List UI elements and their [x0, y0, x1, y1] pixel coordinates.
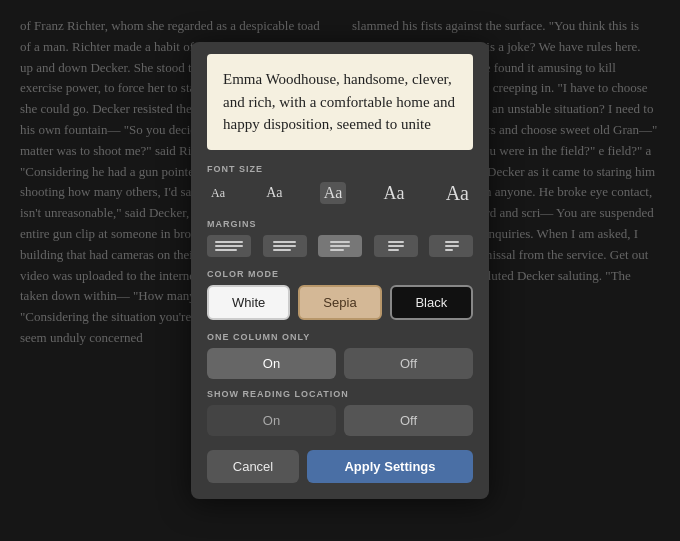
- margin-btn-1[interactable]: [207, 235, 251, 257]
- reading-location-toggle-row: On Off: [207, 405, 473, 436]
- margin-icon-5: [437, 241, 465, 251]
- margins-section: MARGINS: [207, 219, 473, 257]
- margin-btn-5[interactable]: [429, 235, 473, 257]
- font-size-btn-4[interactable]: Aa: [380, 181, 409, 206]
- reading-location-label: SHOW READING LOCATION: [207, 389, 473, 399]
- reading-location-on[interactable]: On: [207, 405, 336, 436]
- font-size-section: FONT SIZE Aa Aa Aa Aa Aa: [207, 164, 473, 207]
- modal-overlay: Emma Woodhouse, handsome, clever, and ri…: [0, 0, 680, 541]
- color-mode-label: COLOR MODE: [207, 269, 473, 279]
- color-mode-white[interactable]: White: [207, 285, 290, 320]
- font-size-btn-3[interactable]: Aa: [320, 182, 347, 204]
- margin-icon-1: [215, 241, 243, 251]
- margin-btn-3[interactable]: [318, 235, 362, 257]
- reading-location-section: SHOW READING LOCATION On Off: [207, 389, 473, 436]
- margin-btn-2[interactable]: [263, 235, 307, 257]
- font-size-btn-1[interactable]: Aa: [207, 184, 229, 203]
- apply-button[interactable]: Apply Settings: [307, 450, 473, 483]
- font-size-btn-5[interactable]: Aa: [442, 180, 473, 207]
- color-mode-black[interactable]: Black: [390, 285, 473, 320]
- one-column-toggle-row: On Off: [207, 348, 473, 379]
- margin-icon-4: [382, 241, 410, 251]
- margin-btn-4[interactable]: [374, 235, 418, 257]
- font-size-btn-2[interactable]: Aa: [262, 183, 286, 203]
- margins-label: MARGINS: [207, 219, 473, 229]
- one-column-section: ONE COLUMN ONLY On Off: [207, 332, 473, 379]
- font-size-row: Aa Aa Aa Aa Aa: [207, 180, 473, 207]
- settings-modal: Emma Woodhouse, handsome, clever, and ri…: [191, 42, 489, 499]
- font-size-label: FONT SIZE: [207, 164, 473, 174]
- color-mode-row: White Sepia Black: [207, 285, 473, 320]
- margins-row: [207, 235, 473, 257]
- one-column-on[interactable]: On: [207, 348, 336, 379]
- one-column-off[interactable]: Off: [344, 348, 473, 379]
- color-mode-section: COLOR MODE White Sepia Black: [207, 269, 473, 320]
- color-mode-sepia[interactable]: Sepia: [298, 285, 381, 320]
- preview-text: Emma Woodhouse, handsome, clever, and ri…: [207, 54, 473, 150]
- one-column-label: ONE COLUMN ONLY: [207, 332, 473, 342]
- footer-row: Cancel Apply Settings: [207, 450, 473, 483]
- cancel-button[interactable]: Cancel: [207, 450, 299, 483]
- reading-location-off[interactable]: Off: [344, 405, 473, 436]
- margin-icon-2: [271, 241, 299, 251]
- margin-icon-3: [326, 241, 354, 251]
